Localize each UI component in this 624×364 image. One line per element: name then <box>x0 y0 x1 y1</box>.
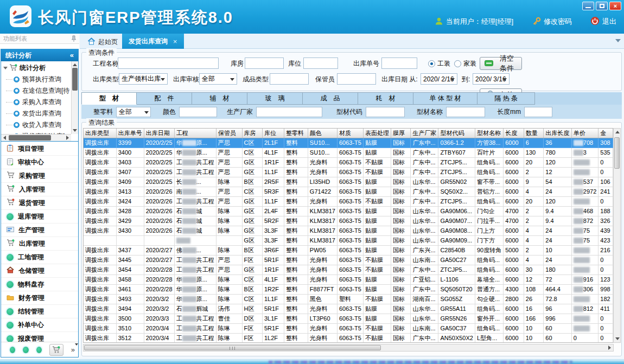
grid-cell[interactable]: 3L3F <box>262 235 284 245</box>
grid-cell[interactable] <box>116 235 144 245</box>
grid-cell[interactable]: 6063-T5 <box>337 187 363 196</box>
grid-cell[interactable]: 308 <box>598 138 613 148</box>
grid-horizontal-scrollbar[interactable] <box>83 344 614 352</box>
grid-cell[interactable]: 广亚铝... <box>411 274 438 284</box>
grid-cell[interactable]: 6063-T5 <box>337 245 363 255</box>
grid-cell[interactable]: 180 <box>544 265 571 274</box>
radio-industrial[interactable]: 工装 <box>428 59 450 68</box>
grid-cell[interactable]: 广东中... <box>411 284 438 294</box>
grid-cell[interactable]: 72.8 <box>544 294 571 304</box>
grid-cell[interactable]: 6063-T5 <box>337 333 363 343</box>
grid-cell[interactable]: 国标 <box>391 196 410 206</box>
keeper-input[interactable] <box>337 73 376 85</box>
grid-cell[interactable]: 华原... <box>174 294 216 304</box>
grid-cell[interactable]: 山东华... <box>411 226 438 235</box>
grid-cell[interactable] <box>571 167 598 177</box>
group-dot-icon[interactable] <box>23 347 28 353</box>
grid-cell[interactable]: G区 <box>242 196 262 206</box>
grid-cell[interactable]: 326 <box>598 216 613 226</box>
grid-cell[interactable]: 24 <box>544 187 571 196</box>
grid-cell[interactable]: 6000 <box>504 274 524 284</box>
grid-cell[interactable]: G区 <box>242 206 262 216</box>
sidebar-menu-item[interactable]: 采购管理 <box>1 169 78 183</box>
grid-cell[interactable]: 24 <box>544 226 571 235</box>
grid-cell[interactable]: 贴膜 <box>363 314 391 323</box>
grid-cell[interactable]: 工共工程 <box>174 196 216 206</box>
grid-cell[interactable]: 国标 <box>391 216 410 226</box>
grid-cell[interactable]: 整料 <box>284 294 308 304</box>
grid-cell[interactable]: 调拨出库 <box>84 284 116 294</box>
grid-cell[interactable]: 光身料 <box>308 333 337 343</box>
section-header-statistics[interactable]: 统计分析 « <box>1 49 78 61</box>
grid-cell[interactable]: 佛... <box>174 245 216 255</box>
sidebar-menu-item[interactable]: 财务管理 <box>1 291 78 305</box>
grid-cell[interactable]: 6000 <box>504 235 524 245</box>
grid-cell[interactable]: 3424 <box>116 196 144 206</box>
grid-cell[interactable]: 0 <box>598 265 613 274</box>
grid-cell[interactable]: 241 <box>598 187 613 196</box>
grid-cell[interactable]: 6000 <box>504 265 524 274</box>
grid-cell[interactable]: 百叶片 <box>475 148 503 157</box>
material-tab[interactable]: 隔 热 条 <box>477 92 535 105</box>
grid-cell[interactable]: 国标 <box>391 333 410 343</box>
grid-cell[interactable]: 国标 <box>391 167 410 177</box>
tree-item[interactable]: 在途信息查询[待 <box>2 85 70 97</box>
grid-vertical-scrollbar[interactable] <box>613 128 621 343</box>
grid-cell[interactable]: 国标 <box>391 274 410 284</box>
pin-icon[interactable] <box>71 35 77 42</box>
grid-cell[interactable]: 国标 <box>391 138 410 148</box>
grid-cell[interactable]: 10 <box>524 323 543 333</box>
grid-cell[interactable]: 整料 <box>284 157 308 167</box>
grid-cell[interactable]: 贴膜 <box>363 148 391 157</box>
grid-cell[interactable]: 不贴膜 <box>363 323 391 333</box>
grid-cell[interactable]: B区 <box>242 284 262 294</box>
grid-cell[interactable]: G区 <box>242 235 262 245</box>
grid-cell[interactable]: 6063-T5 <box>337 265 363 274</box>
grid-cell[interactable]: 山东华... <box>411 235 438 245</box>
grid-cell[interactable]: GA90M09... <box>438 235 475 245</box>
grid-cell[interactable]: 调拨出库 <box>84 226 116 235</box>
sidebar-menu-item[interactable]: 项目管理 <box>1 142 78 156</box>
grid-cell[interactable]: 2020/2/25 <box>144 157 174 167</box>
grid-cell[interactable]: L型角... <box>475 333 503 343</box>
grid-cell[interactable]: 国标 <box>391 235 410 245</box>
grid-cell[interactable]: 3403 <box>116 157 144 167</box>
tab-close-icon[interactable]: × <box>173 37 177 46</box>
column-header[interactable]: 颜色 <box>308 129 337 138</box>
grid-cell[interactable]: 严思 <box>216 157 242 167</box>
grid-cell[interactable]: 广东中... <box>411 148 438 157</box>
grid-cell[interactable]: 1R1F <box>262 157 284 167</box>
column-header[interactable]: 库房 <box>242 129 262 138</box>
grid-cell[interactable]: 陈琳 <box>216 216 242 226</box>
tab-shipping-outbound-query[interactable]: 发货出库查询 × <box>122 34 184 49</box>
grid-cell[interactable]: G区 <box>242 226 262 235</box>
grid-cell[interactable]: 调拨出库 <box>84 245 116 255</box>
grid-cell[interactable]: 5R1F <box>262 255 284 265</box>
grid-cell[interactable]: 6063-T5 <box>337 226 363 235</box>
tree-item[interactable]: 收货入库查询 <box>2 119 70 131</box>
grid-cell[interactable]: GR55A11 <box>438 304 475 314</box>
grid-cell[interactable]: 30 <box>524 265 543 274</box>
grid-cell[interactable] <box>144 235 174 245</box>
grid-cell[interactable]: 整料 <box>284 255 308 265</box>
grid-cell[interactable]: 组角码... <box>475 255 503 265</box>
grid-cell[interactable]: 4 <box>524 255 543 265</box>
grid-cell[interactable]: 90度转角 <box>475 245 503 255</box>
grid-cell[interactable]: 2020/3/4 <box>144 323 174 333</box>
grid-cell[interactable]: 工共工程 <box>174 333 216 343</box>
column-header[interactable]: 生产厂家 <box>411 129 438 138</box>
grid-cell[interactable]: 3461 <box>116 284 144 294</box>
grid-cell[interactable]: 75 <box>571 226 598 235</box>
grid-cell[interactable]: 整料 <box>284 304 308 314</box>
grid-cell[interactable]: 26 <box>524 294 543 304</box>
grid-cell[interactable]: ZTCJP5... <box>438 265 475 274</box>
column-header[interactable]: 出库类型 <box>84 129 116 138</box>
grid-cell[interactable]: 调拨出库 <box>84 167 116 177</box>
grid-cell[interactable]: 3R6F <box>262 245 284 255</box>
grid-cell[interactable]: 1R2F <box>262 284 284 294</box>
grid-cell[interactable]: 2 <box>524 245 543 255</box>
grid-cell[interactable]: H区 <box>242 304 262 314</box>
grid-cell[interactable]: 708 <box>571 138 598 148</box>
sidebar-menu-item[interactable]: 审核中心 <box>1 156 78 169</box>
grid-cell[interactable]: G71422 <box>308 187 337 196</box>
